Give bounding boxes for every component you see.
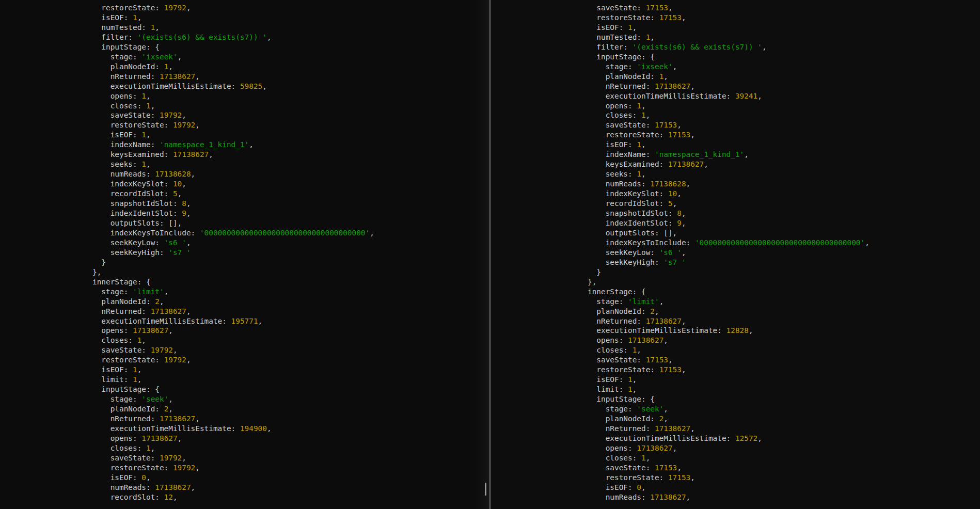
code-line: indexKeySlot: 10, [588,189,870,199]
code-line: numTested: 1, [588,33,870,42]
code-line: stage: 'seek', [588,404,870,414]
code-line: executionTimeMillisEstimate: 194900, [92,424,374,434]
code-line: indexIdentSlot: 9, [92,209,374,218]
code-line: closes: 1, [588,453,870,463]
code-line: closes: 1, [588,345,870,355]
terminal-pane-right[interactable]: saveState: 17153, restoreState: 17153, i… [491,0,980,509]
code-line: inputStage: { [588,394,870,404]
code-line: seekKeyLow: 's6 ', [588,248,870,258]
code-line: saveState: 17153, [588,463,870,473]
code-line: snapshotIdSlot: 8, [588,209,870,218]
code-line: isEOF: 0, [588,483,870,492]
code-line: numReads: 17138627, [588,492,870,502]
code-line: planNodeId: 1, [92,62,374,72]
code-line: saveState: 19792, [92,345,374,355]
code-line: inputStage: { [92,42,374,52]
code-line: inputStage: { [92,385,374,394]
code-line: planNodeId: 1, [588,72,870,82]
code-line: executionTimeMillisEstimate: 195771, [92,316,374,326]
code-line: nReturned: 17138627, [588,316,870,326]
code-line: restoreState: 19792, [92,463,374,473]
code-line: innerStage: { [588,287,870,297]
code-line: restoreState: 19792, [92,120,374,130]
code-line: restoreState: 19792, [92,3,374,13]
code-line: filter: '(exists(s6) && exists(s7)) ', [92,33,374,42]
code-line: saveState: 17153, [588,355,870,365]
code-line: opens: 17138627, [588,336,870,345]
code-line: recordIdSlot: 5, [92,189,374,199]
code-line: isEOF: 1, [588,375,870,385]
code-line: indexKeysToInclude: '0000000000000000000… [588,238,870,248]
code-line: numTested: 1, [92,23,374,33]
code-line: snapshotIdSlot: 8, [92,199,374,209]
code-line: stage: 'ixseek', [588,62,870,72]
code-line: seekKeyHigh: 's7 ' [92,248,374,258]
code-line: nReturned: 17138627, [92,72,374,82]
code-line: planNodeId: 2, [92,404,374,414]
code-line: executionTimeMillisEstimate: 59825, [92,82,374,91]
code-line: executionTimeMillisEstimate: 39241, [588,91,870,101]
code-line: opens: 17138627, [92,434,374,443]
code-line: keysExamined: 17138627, [588,160,870,169]
code-line: limit: 1, [588,385,870,394]
code-line: saveState: 19792, [92,110,374,120]
code-line: numReads: 17138628, [92,169,374,179]
code-line: restoreState: 17153, [588,130,870,140]
code-line: numReads: 17138628, [588,179,870,189]
code-line: opens: 17138627, [588,443,870,453]
code-line: recordIdSlot: 5, [588,199,870,209]
code-line: nReturned: 17138627, [92,307,374,316]
code-line: restoreState: 19792, [92,355,374,365]
code-line: opens: 17138627, [92,326,374,336]
code-line: outputSlots: [], [588,228,870,238]
code-line: stage: 'limit', [92,287,374,297]
code-line: planNodeId: 2, [588,307,870,316]
code-line: saveState: 17153, [588,120,870,130]
code-line: outputSlots: [], [92,218,374,228]
code-line: closes: 1, [92,443,374,453]
code-line: planNodeId: 2, [588,414,870,424]
explain-output-left: restoreState: 19792, isEOF: 1, numTested… [92,3,374,502]
code-line: restoreState: 17153, [588,13,870,23]
code-line: saveState: 19792, [92,453,374,463]
code-line: filter: '(exists(s6) && exists(s7)) ', [588,42,870,52]
code-line: recordSlot: 12, [92,492,374,502]
code-line: }, [588,277,870,287]
code-line: stage: 'seek', [92,394,374,404]
code-line: isEOF: 1, [92,365,374,375]
code-line: }, [92,267,374,277]
code-line: isEOF: 1, [588,23,870,33]
code-line: seeks: 1, [588,169,870,179]
code-line: innerStage: { [92,277,374,287]
code-line: numReads: 17138627, [92,483,374,492]
scrollbar-thumb[interactable] [485,483,486,496]
code-line: } [588,267,870,277]
code-line: indexKeysToInclude: '0000000000000000000… [92,228,374,238]
code-line: opens: 1, [92,91,374,101]
code-line: isEOF: 1, [92,13,374,23]
code-line: indexKeySlot: 10, [92,179,374,189]
code-line: indexName: 'namespace_1_kind_1', [92,140,374,150]
code-line: closes: 1, [92,101,374,111]
code-line: indexName: 'namespace_1_kind_1', [588,150,870,160]
code-line: opens: 1, [588,101,870,111]
code-line: executionTimeMillisEstimate: 12572, [588,434,870,443]
code-line: restoreState: 17153, [588,365,870,375]
code-line: stage: 'limit', [588,297,870,307]
code-line: nReturned: 17138627, [588,424,870,434]
code-line: seekKeyLow: 's6 ', [92,238,374,248]
code-line: keysExamined: 17138627, [92,150,374,160]
code-line: isEOF: 0, [92,473,374,483]
code-line: executionTimeMillisEstimate: 12828, [588,326,870,336]
explain-output-right: saveState: 17153, restoreState: 17153, i… [588,3,870,502]
code-line: saveState: 17153, [588,3,870,13]
code-line: indexIdentSlot: 9, [588,218,870,228]
code-line: restoreState: 17153, [588,473,870,483]
terminal-pane-left[interactable]: restoreState: 19792, isEOF: 1, numTested… [0,0,489,509]
code-line: limit: 1, [92,375,374,385]
code-line: isEOF: 1, [92,130,374,140]
code-line: nReturned: 17138627, [92,414,374,424]
code-line: } [92,258,374,267]
code-line: closes: 1, [588,110,870,120]
code-line: seekKeyHigh: 's7 ' [588,258,870,267]
